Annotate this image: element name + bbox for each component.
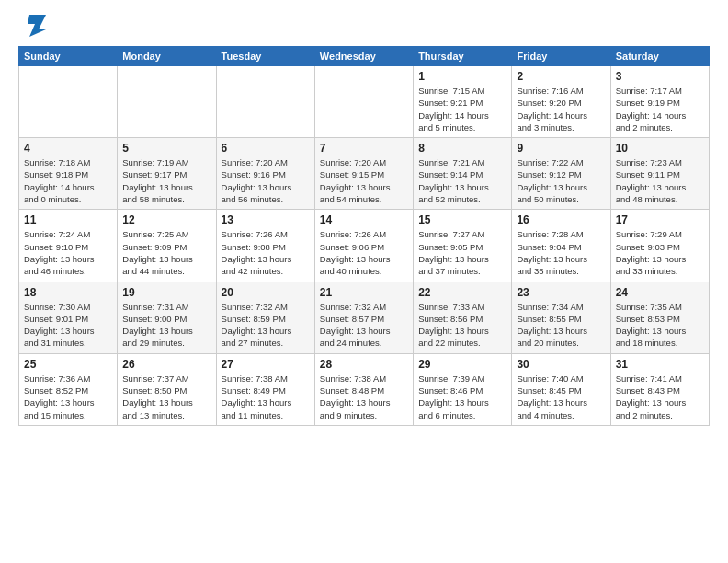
cell-info-text: Sunrise: 7:38 AM Sunset: 8:48 PM Dayligh… bbox=[320, 373, 408, 421]
cell-day-number: 5 bbox=[122, 142, 210, 155]
cell-day-number: 21 bbox=[320, 286, 408, 299]
calendar-cell: 6Sunrise: 7:20 AM Sunset: 9:16 PM Daylig… bbox=[216, 138, 314, 210]
col-header-sunday: Sunday bbox=[19, 47, 118, 66]
cell-day-number: 9 bbox=[517, 142, 605, 155]
calendar-cell bbox=[19, 66, 118, 138]
cell-day-number: 20 bbox=[222, 286, 310, 299]
cell-info-text: Sunrise: 7:36 AM Sunset: 8:52 PM Dayligh… bbox=[24, 373, 112, 421]
calendar-cell: 26Sunrise: 7:37 AM Sunset: 8:50 PM Dayli… bbox=[118, 353, 216, 425]
cell-info-text: Sunrise: 7:40 AM Sunset: 8:45 PM Dayligh… bbox=[517, 373, 605, 421]
calendar-cell: 10Sunrise: 7:23 AM Sunset: 9:11 PM Dayli… bbox=[610, 138, 709, 210]
cell-info-text: Sunrise: 7:32 AM Sunset: 8:59 PM Dayligh… bbox=[222, 301, 310, 350]
cell-day-number: 30 bbox=[517, 358, 605, 371]
cell-day-number: 18 bbox=[24, 286, 112, 299]
cell-info-text: Sunrise: 7:31 AM Sunset: 9:00 PM Dayligh… bbox=[122, 301, 210, 350]
cell-day-number: 4 bbox=[24, 142, 112, 155]
week-row-5: 25Sunrise: 7:36 AM Sunset: 8:52 PM Dayli… bbox=[19, 353, 710, 425]
calendar-cell: 30Sunrise: 7:40 AM Sunset: 8:45 PM Dayli… bbox=[512, 353, 610, 425]
cell-day-number: 27 bbox=[222, 358, 310, 371]
calendar-cell: 20Sunrise: 7:32 AM Sunset: 8:59 PM Dayli… bbox=[216, 282, 314, 353]
cell-day-number: 7 bbox=[320, 142, 408, 155]
calendar-header-row: SundayMondayTuesdayWednesdayThursdayFrid… bbox=[19, 47, 710, 66]
cell-day-number: 3 bbox=[616, 70, 704, 83]
svg-marker-0 bbox=[28, 15, 46, 37]
cell-info-text: Sunrise: 7:33 AM Sunset: 8:56 PM Dayligh… bbox=[418, 301, 506, 350]
calendar-cell: 14Sunrise: 7:26 AM Sunset: 9:06 PM Dayli… bbox=[314, 210, 413, 282]
cell-day-number: 19 bbox=[122, 286, 210, 299]
calendar-cell: 25Sunrise: 7:36 AM Sunset: 8:52 PM Dayli… bbox=[19, 353, 118, 425]
cell-day-number: 1 bbox=[418, 70, 506, 83]
calendar-cell: 19Sunrise: 7:31 AM Sunset: 9:00 PM Dayli… bbox=[118, 282, 216, 353]
calendar-cell: 11Sunrise: 7:24 AM Sunset: 9:10 PM Dayli… bbox=[19, 210, 118, 282]
week-row-3: 11Sunrise: 7:24 AM Sunset: 9:10 PM Dayli… bbox=[19, 210, 710, 282]
cell-info-text: Sunrise: 7:39 AM Sunset: 8:46 PM Dayligh… bbox=[418, 373, 506, 421]
cell-day-number: 8 bbox=[418, 142, 506, 155]
cell-info-text: Sunrise: 7:19 AM Sunset: 9:17 PM Dayligh… bbox=[122, 156, 210, 205]
cell-info-text: Sunrise: 7:38 AM Sunset: 8:49 PM Dayligh… bbox=[222, 373, 310, 421]
calendar-cell: 22Sunrise: 7:33 AM Sunset: 8:56 PM Dayli… bbox=[414, 282, 512, 353]
calendar-cell: 8Sunrise: 7:21 AM Sunset: 9:14 PM Daylig… bbox=[414, 138, 512, 210]
calendar-cell: 17Sunrise: 7:29 AM Sunset: 9:03 PM Dayli… bbox=[610, 210, 709, 282]
cell-info-text: Sunrise: 7:24 AM Sunset: 9:10 PM Dayligh… bbox=[24, 228, 112, 277]
logo-icon bbox=[22, 11, 46, 39]
cell-info-text: Sunrise: 7:41 AM Sunset: 8:43 PM Dayligh… bbox=[616, 373, 704, 421]
col-header-saturday: Saturday bbox=[610, 47, 709, 66]
calendar-cell: 12Sunrise: 7:25 AM Sunset: 9:09 PM Dayli… bbox=[118, 210, 216, 282]
calendar-cell: 24Sunrise: 7:35 AM Sunset: 8:53 PM Dayli… bbox=[610, 282, 709, 353]
logo bbox=[18, 15, 46, 39]
cell-info-text: Sunrise: 7:29 AM Sunset: 9:03 PM Dayligh… bbox=[616, 228, 704, 277]
calendar-cell: 23Sunrise: 7:34 AM Sunset: 8:55 PM Dayli… bbox=[512, 282, 610, 353]
cell-day-number: 15 bbox=[418, 213, 506, 226]
calendar-cell: 31Sunrise: 7:41 AM Sunset: 8:43 PM Dayli… bbox=[610, 353, 709, 425]
calendar-cell: 18Sunrise: 7:30 AM Sunset: 9:01 PM Dayli… bbox=[19, 282, 118, 353]
cell-day-number: 26 bbox=[122, 358, 210, 371]
cell-info-text: Sunrise: 7:30 AM Sunset: 9:01 PM Dayligh… bbox=[24, 301, 112, 350]
cell-day-number: 28 bbox=[320, 358, 408, 371]
cell-day-number: 11 bbox=[24, 213, 112, 226]
page: SundayMondayTuesdayWednesdayThursdayFrid… bbox=[0, 0, 728, 563]
week-row-1: 1Sunrise: 7:15 AM Sunset: 9:21 PM Daylig… bbox=[19, 66, 710, 138]
cell-info-text: Sunrise: 7:22 AM Sunset: 9:12 PM Dayligh… bbox=[517, 156, 605, 205]
col-header-monday: Monday bbox=[118, 47, 216, 66]
calendar-cell: 13Sunrise: 7:26 AM Sunset: 9:08 PM Dayli… bbox=[216, 210, 314, 282]
calendar-table: SundayMondayTuesdayWednesdayThursdayFrid… bbox=[18, 46, 710, 426]
col-header-thursday: Thursday bbox=[414, 47, 512, 66]
cell-info-text: Sunrise: 7:26 AM Sunset: 9:08 PM Dayligh… bbox=[222, 228, 310, 277]
calendar-cell bbox=[118, 66, 216, 138]
cell-info-text: Sunrise: 7:26 AM Sunset: 9:06 PM Dayligh… bbox=[320, 228, 408, 277]
calendar-cell bbox=[216, 66, 314, 138]
cell-day-number: 16 bbox=[517, 213, 605, 226]
cell-info-text: Sunrise: 7:20 AM Sunset: 9:16 PM Dayligh… bbox=[222, 156, 310, 205]
header bbox=[18, 15, 710, 39]
cell-info-text: Sunrise: 7:17 AM Sunset: 9:19 PM Dayligh… bbox=[616, 85, 704, 133]
calendar-cell: 9Sunrise: 7:22 AM Sunset: 9:12 PM Daylig… bbox=[512, 138, 610, 210]
calendar-cell: 28Sunrise: 7:38 AM Sunset: 8:48 PM Dayli… bbox=[314, 353, 413, 425]
cell-day-number: 13 bbox=[222, 213, 310, 226]
cell-day-number: 31 bbox=[616, 358, 704, 371]
calendar-cell: 15Sunrise: 7:27 AM Sunset: 9:05 PM Dayli… bbox=[414, 210, 512, 282]
calendar-cell: 3Sunrise: 7:17 AM Sunset: 9:19 PM Daylig… bbox=[610, 66, 709, 138]
cell-info-text: Sunrise: 7:16 AM Sunset: 9:20 PM Dayligh… bbox=[517, 85, 605, 133]
calendar-cell: 5Sunrise: 7:19 AM Sunset: 9:17 PM Daylig… bbox=[118, 138, 216, 210]
cell-day-number: 10 bbox=[616, 142, 704, 155]
calendar-cell: 7Sunrise: 7:20 AM Sunset: 9:15 PM Daylig… bbox=[314, 138, 413, 210]
logo-text bbox=[18, 15, 46, 39]
calendar-cell: 27Sunrise: 7:38 AM Sunset: 8:49 PM Dayli… bbox=[216, 353, 314, 425]
cell-info-text: Sunrise: 7:25 AM Sunset: 9:09 PM Dayligh… bbox=[122, 228, 210, 277]
calendar-cell bbox=[314, 66, 413, 138]
cell-day-number: 23 bbox=[517, 286, 605, 299]
cell-info-text: Sunrise: 7:18 AM Sunset: 9:18 PM Dayligh… bbox=[24, 156, 112, 205]
cell-info-text: Sunrise: 7:37 AM Sunset: 8:50 PM Dayligh… bbox=[122, 373, 210, 421]
week-row-4: 18Sunrise: 7:30 AM Sunset: 9:01 PM Dayli… bbox=[19, 282, 710, 353]
calendar-cell: 29Sunrise: 7:39 AM Sunset: 8:46 PM Dayli… bbox=[414, 353, 512, 425]
cell-info-text: Sunrise: 7:21 AM Sunset: 9:14 PM Dayligh… bbox=[418, 156, 506, 205]
week-row-2: 4Sunrise: 7:18 AM Sunset: 9:18 PM Daylig… bbox=[19, 138, 710, 210]
cell-info-text: Sunrise: 7:32 AM Sunset: 8:57 PM Dayligh… bbox=[320, 301, 408, 350]
cell-day-number: 2 bbox=[517, 70, 605, 83]
col-header-wednesday: Wednesday bbox=[314, 47, 413, 66]
cell-info-text: Sunrise: 7:15 AM Sunset: 9:21 PM Dayligh… bbox=[418, 85, 506, 133]
calendar-cell: 21Sunrise: 7:32 AM Sunset: 8:57 PM Dayli… bbox=[314, 282, 413, 353]
cell-info-text: Sunrise: 7:27 AM Sunset: 9:05 PM Dayligh… bbox=[418, 228, 506, 277]
cell-info-text: Sunrise: 7:35 AM Sunset: 8:53 PM Dayligh… bbox=[616, 301, 704, 350]
cell-info-text: Sunrise: 7:23 AM Sunset: 9:11 PM Dayligh… bbox=[616, 156, 704, 205]
